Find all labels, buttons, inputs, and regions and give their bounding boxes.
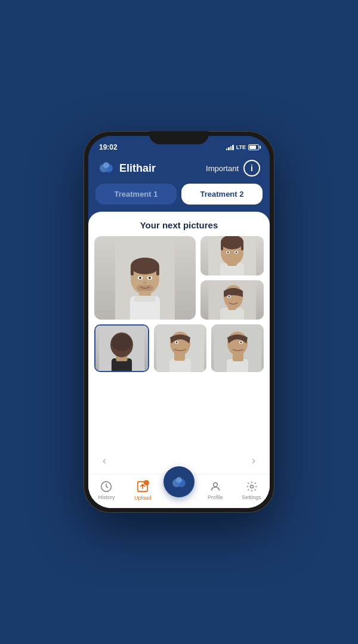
info-icon: i <box>251 163 253 173</box>
nav-left-arrow[interactable]: ‹ <box>98 452 111 469</box>
svg-point-57 <box>176 477 182 483</box>
svg-rect-15 <box>137 285 153 291</box>
logo-area: Elithair <box>98 160 156 177</box>
lte-icon: LTE <box>236 144 246 150</box>
status-time: 19:02 <box>99 143 118 151</box>
nav-item-history[interactable]: History <box>88 481 125 500</box>
svg-point-50 <box>240 342 242 343</box>
photos-top-row <box>94 236 264 320</box>
phone-screen: 19:02 LTE <box>88 136 270 508</box>
logo-text: Elithair <box>119 162 156 175</box>
svg-point-13 <box>149 277 151 279</box>
app-header: Elithair Important i <box>88 155 270 184</box>
center-fab-button[interactable] <box>163 466 195 497</box>
nav-item-center <box>161 478 197 502</box>
main-content: Your next pictures <box>88 212 270 508</box>
svg-text:!: ! <box>146 481 147 485</box>
svg-point-44 <box>176 342 178 343</box>
nav-right-arrow[interactable]: › <box>247 452 260 469</box>
photo-large-bg <box>94 236 196 320</box>
svg-rect-16 <box>134 296 156 302</box>
header-right: Important i <box>206 160 260 177</box>
treatment-tabs: Treatment 1 Treatment 2 <box>88 184 270 212</box>
status-icons: LTE <box>226 144 259 150</box>
battery-icon <box>248 144 259 150</box>
svg-point-38 <box>112 334 132 351</box>
svg-point-58 <box>213 482 217 487</box>
svg-rect-23 <box>241 242 243 250</box>
svg-point-2 <box>103 162 109 168</box>
photos-bottom-row <box>94 324 264 372</box>
bottom-nav: History ! Upload <box>88 474 270 508</box>
svg-point-27 <box>235 252 237 253</box>
tab-treatment-2[interactable]: Treatment 2 <box>181 184 263 205</box>
history-label: History <box>98 494 115 500</box>
svg-point-7 <box>131 258 159 274</box>
photo-small-1-bg <box>200 236 264 275</box>
section-title: Your next pictures <box>88 212 270 236</box>
important-label: Important <box>206 164 239 173</box>
photo-large[interactable] <box>94 236 196 320</box>
svg-point-33 <box>228 296 230 298</box>
phone-frame: 19:02 LTE <box>84 131 274 513</box>
photo-bottom-1-selected[interactable] <box>94 324 149 372</box>
svg-rect-22 <box>221 242 223 250</box>
nav-item-settings[interactable]: Settings <box>233 481 270 500</box>
svg-rect-9 <box>156 266 159 275</box>
history-icon <box>100 481 112 493</box>
phone-notch <box>149 131 209 144</box>
settings-icon <box>246 481 258 493</box>
logo-icon <box>98 160 115 177</box>
signal-icon <box>226 144 234 150</box>
svg-point-59 <box>250 485 253 488</box>
photo-bottom-2-bg <box>154 324 206 372</box>
photos-grid <box>88 236 270 447</box>
svg-rect-40 <box>169 359 191 372</box>
svg-rect-8 <box>131 266 134 275</box>
tab-treatment-1[interactable]: Treatment 1 <box>95 184 177 205</box>
upload-label: Upload <box>134 495 152 501</box>
photo-small-1[interactable] <box>200 236 264 275</box>
svg-point-14 <box>143 281 147 284</box>
photo-small-2-bg <box>200 280 264 320</box>
photo-small-col <box>200 236 264 320</box>
settings-label: Settings <box>242 494 261 500</box>
photo-bottom-3[interactable] <box>211 324 264 372</box>
info-button[interactable]: i <box>243 160 260 177</box>
svg-point-26 <box>227 252 229 253</box>
profile-label: Profile <box>208 494 223 500</box>
upload-icon: ! <box>136 480 149 493</box>
nav-item-profile[interactable]: Profile <box>197 481 233 500</box>
nav-item-upload[interactable]: ! Upload <box>125 480 161 501</box>
center-fab-icon <box>171 473 187 490</box>
svg-point-12 <box>139 277 141 279</box>
photo-bottom-1-bg <box>95 326 148 371</box>
photo-bottom-2[interactable] <box>154 324 206 372</box>
photo-small-2[interactable] <box>200 280 264 320</box>
profile-icon <box>209 481 221 493</box>
photo-bottom-3-bg <box>211 324 264 372</box>
